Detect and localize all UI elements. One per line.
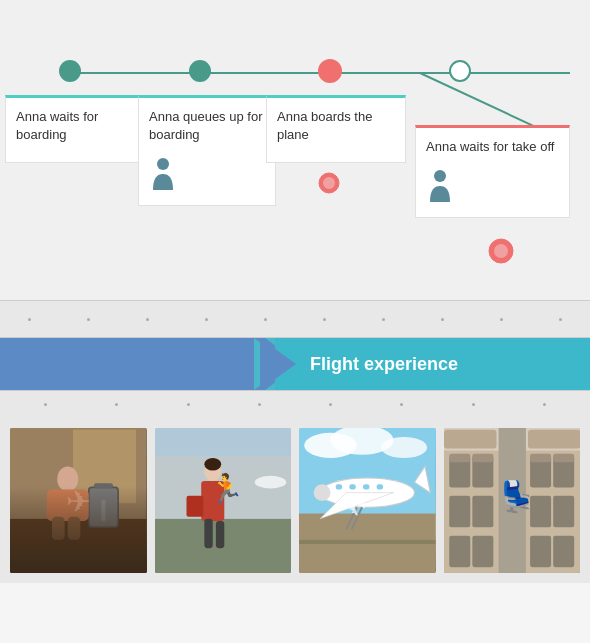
- svg-rect-45: [528, 430, 581, 449]
- card-2-title: Anna queues up for boarding: [149, 108, 265, 144]
- svg-rect-14: [52, 517, 65, 540]
- svg-rect-56: [553, 496, 574, 528]
- img-dot-2: [115, 403, 118, 406]
- svg-rect-55: [530, 496, 551, 528]
- svg-rect-7: [10, 519, 147, 573]
- journey-card-2[interactable]: Anna queues up for boarding: [138, 95, 276, 206]
- image-4-airplane-interior[interactable]: [444, 428, 581, 573]
- img-dot-8: [543, 403, 546, 406]
- journey-map: Anna waits for boarding Anna queues up f…: [0, 0, 590, 300]
- card-1-title: Anna waits for boarding: [16, 108, 129, 144]
- img-dot-4: [258, 403, 261, 406]
- svg-rect-51: [449, 536, 470, 568]
- image-2-tarmac-walking[interactable]: [155, 428, 292, 573]
- img-dot-6: [400, 403, 403, 406]
- svg-point-29: [381, 437, 427, 458]
- journey-node-2[interactable]: [189, 60, 211, 82]
- svg-rect-52: [472, 536, 493, 568]
- dot-1: [28, 318, 31, 321]
- dot-7: [382, 318, 385, 321]
- banner-label: Flight experience: [310, 354, 458, 375]
- svg-rect-11: [101, 500, 105, 521]
- arrow-blue-right: [260, 338, 296, 390]
- svg-rect-36: [336, 484, 342, 489]
- svg-rect-57: [530, 536, 551, 568]
- journey-node-1[interactable]: [59, 60, 81, 82]
- svg-rect-15: [68, 517, 81, 540]
- svg-rect-59: [449, 454, 470, 462]
- dot-9: [500, 318, 503, 321]
- img-dot-7: [472, 403, 475, 406]
- svg-rect-44: [444, 430, 497, 449]
- svg-rect-46: [498, 428, 525, 573]
- journey-card-1[interactable]: Anna waits for boarding: [5, 95, 140, 163]
- dot-5: [264, 318, 267, 321]
- images-divider: [0, 390, 590, 418]
- images-section: [0, 418, 590, 583]
- svg-rect-10: [94, 483, 113, 488]
- svg-rect-50: [472, 496, 493, 528]
- person-icon-4: [426, 168, 454, 207]
- svg-rect-25: [215, 521, 223, 548]
- svg-point-3: [494, 244, 508, 258]
- svg-rect-24: [204, 519, 212, 548]
- img-dot-5: [329, 403, 332, 406]
- svg-rect-58: [553, 536, 574, 568]
- svg-rect-23: [186, 496, 203, 517]
- svg-rect-8: [73, 430, 136, 504]
- image-1-airport-waiting[interactable]: [10, 428, 147, 573]
- svg-rect-37: [349, 484, 355, 489]
- img-dot-1: [44, 403, 47, 406]
- svg-rect-9: [89, 487, 118, 527]
- flight-experience-banner: Flight experience: [0, 338, 590, 390]
- dot-6: [323, 318, 326, 321]
- svg-rect-22: [201, 481, 224, 521]
- svg-point-5: [434, 170, 446, 182]
- medal-icon-3: [318, 172, 340, 198]
- top-divider: [0, 300, 590, 338]
- svg-rect-49: [449, 496, 470, 528]
- svg-rect-39: [377, 484, 383, 489]
- svg-point-21: [204, 458, 221, 471]
- divider-dots: [0, 318, 590, 321]
- dot-4: [205, 318, 208, 321]
- svg-rect-31: [299, 540, 436, 544]
- svg-rect-38: [363, 484, 369, 489]
- svg-point-4: [157, 158, 169, 170]
- journey-card-3[interactable]: Anna boards the plane: [266, 95, 406, 163]
- svg-point-35: [314, 484, 331, 501]
- journey-card-4[interactable]: Anna waits for take off: [415, 125, 570, 218]
- medal-icon-4: [488, 238, 514, 268]
- dot-10: [559, 318, 562, 321]
- svg-rect-13: [47, 489, 89, 520]
- dot-3: [146, 318, 149, 321]
- svg-point-19: [254, 476, 286, 489]
- svg-point-1: [323, 177, 335, 189]
- dot-2: [87, 318, 90, 321]
- svg-point-12: [57, 466, 78, 491]
- svg-rect-61: [530, 454, 551, 462]
- journey-node-4[interactable]: [449, 60, 471, 82]
- svg-rect-62: [553, 454, 574, 462]
- person-icon-2: [149, 156, 177, 195]
- card-4-title: Anna waits for take off: [426, 138, 559, 156]
- svg-rect-60: [472, 454, 493, 462]
- dot-8: [441, 318, 444, 321]
- img-dot-3: [187, 403, 190, 406]
- journey-node-3[interactable]: [318, 59, 342, 83]
- card-3-title: Anna boards the plane: [277, 108, 395, 144]
- image-3-airplane-runway[interactable]: [299, 428, 436, 573]
